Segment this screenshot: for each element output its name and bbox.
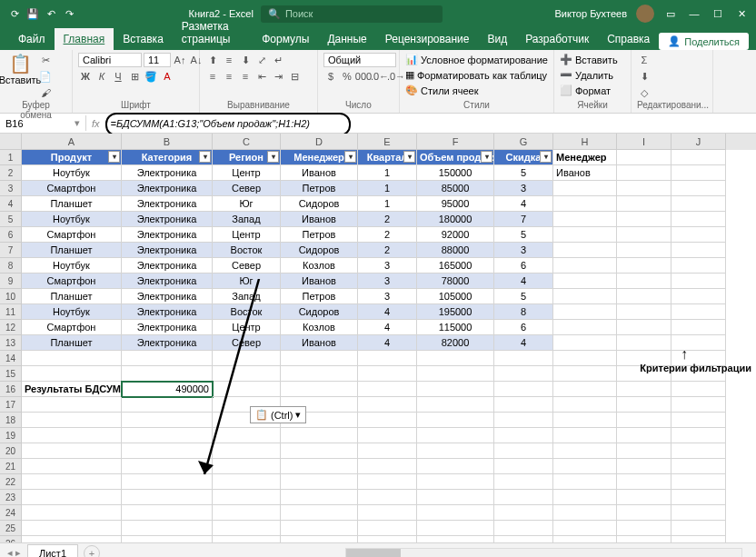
cell[interactable]: Квартал▾ xyxy=(358,150,417,165)
cell[interactable] xyxy=(213,521,281,536)
cell[interactable] xyxy=(671,243,726,258)
cell[interactable]: 2 xyxy=(358,227,417,243)
sheet-nav-icons[interactable]: ◂ ▸ xyxy=(7,547,21,557)
cell[interactable]: Планшет xyxy=(22,243,122,258)
cell[interactable]: Козлов xyxy=(281,258,358,274)
cell[interactable]: Менеджер▾ xyxy=(281,150,358,165)
col-header[interactable]: D xyxy=(281,134,358,150)
cell[interactable]: Ноутбук xyxy=(22,304,122,320)
grow-font-icon[interactable]: A↑ xyxy=(173,53,187,67)
cell[interactable] xyxy=(122,459,213,474)
cell[interactable]: Петров xyxy=(281,227,358,243)
cell[interactable]: Электроника xyxy=(122,181,213,196)
row-header[interactable]: 12 xyxy=(0,320,22,335)
cell[interactable] xyxy=(617,413,671,428)
align-center-icon[interactable]: ≡ xyxy=(222,69,236,84)
search-box[interactable]: 🔍 Поиск xyxy=(261,5,443,23)
cell[interactable]: Сидоров xyxy=(281,304,358,320)
cell[interactable] xyxy=(671,397,726,413)
cell[interactable] xyxy=(122,428,213,443)
cell[interactable]: 3 xyxy=(494,181,553,196)
add-sheet-button[interactable]: + xyxy=(84,545,100,558)
row-header[interactable]: 1 xyxy=(0,150,22,165)
cell[interactable] xyxy=(22,366,122,382)
col-header[interactable]: E xyxy=(358,134,417,150)
filter-button[interactable]: ▾ xyxy=(267,151,279,163)
cell[interactable] xyxy=(417,413,494,428)
cell[interactable] xyxy=(617,521,671,536)
cond-format-button[interactable]: 📊Условное форматирование xyxy=(405,53,548,66)
cell[interactable] xyxy=(494,366,553,382)
cell[interactable] xyxy=(213,443,281,459)
cell[interactable]: Ноутбук xyxy=(22,212,122,227)
indent-dec-icon[interactable]: ⇤ xyxy=(254,69,269,84)
col-header[interactable]: F xyxy=(417,134,494,150)
cell[interactable] xyxy=(358,474,417,490)
cell[interactable]: Сидоров xyxy=(281,196,358,212)
cell[interactable] xyxy=(494,474,553,490)
merge-icon[interactable]: ⊟ xyxy=(287,69,302,84)
cell[interactable] xyxy=(617,382,671,397)
indent-inc-icon[interactable]: ⇥ xyxy=(271,69,285,84)
cell[interactable]: Ноутбук xyxy=(22,258,122,274)
cell[interactable] xyxy=(617,474,671,490)
cell[interactable]: 85000 xyxy=(417,181,494,196)
cell[interactable]: Электроника xyxy=(122,227,213,243)
cell[interactable] xyxy=(617,165,671,181)
cell[interactable] xyxy=(494,459,553,474)
filter-button[interactable]: ▾ xyxy=(481,151,492,163)
row-header[interactable]: 13 xyxy=(0,335,22,351)
percent-icon[interactable]: % xyxy=(340,69,354,84)
cell[interactable] xyxy=(671,258,726,274)
cell[interactable] xyxy=(122,536,213,542)
format-cells-button[interactable]: ⬜Формат xyxy=(560,84,611,97)
font-color-icon[interactable]: A xyxy=(160,69,174,84)
row-header[interactable]: 2 xyxy=(0,165,22,181)
cell[interactable]: 5 xyxy=(494,165,553,181)
row-header[interactable]: 17 xyxy=(0,397,22,413)
cell[interactable]: Иванов xyxy=(281,335,358,351)
cell[interactable]: Электроника xyxy=(122,212,213,227)
tab-insert[interactable]: Вставка xyxy=(114,28,173,50)
cell[interactable]: Планшет xyxy=(22,196,122,212)
cell[interactable] xyxy=(553,335,617,351)
cell[interactable] xyxy=(671,304,726,320)
col-header[interactable]: C xyxy=(213,134,281,150)
cell[interactable] xyxy=(213,428,281,443)
cell[interactable] xyxy=(494,428,553,443)
cell[interactable]: Смартфон xyxy=(22,181,122,196)
cell[interactable]: Электроника xyxy=(122,335,213,351)
cell[interactable] xyxy=(358,505,417,521)
cell[interactable] xyxy=(494,397,553,413)
cell[interactable] xyxy=(213,474,281,490)
cell[interactable]: 5 xyxy=(494,289,553,304)
cell[interactable]: Сидоров xyxy=(281,243,358,258)
cell[interactable] xyxy=(671,212,726,227)
close-icon[interactable]: ✕ xyxy=(734,6,749,21)
cell[interactable] xyxy=(281,505,358,521)
cell[interactable]: 105000 xyxy=(417,289,494,304)
fill-color-icon[interactable]: 🪣 xyxy=(144,69,158,84)
cell[interactable] xyxy=(22,351,122,366)
cell[interactable] xyxy=(417,459,494,474)
cell[interactable] xyxy=(417,366,494,382)
cell[interactable]: 95000 xyxy=(417,196,494,212)
cell[interactable] xyxy=(553,212,617,227)
cell[interactable] xyxy=(553,505,617,521)
ribbon-options-icon[interactable]: ▭ xyxy=(663,6,678,21)
cell[interactable] xyxy=(671,335,726,351)
cell[interactable]: Восток xyxy=(213,243,281,258)
border-icon[interactable]: ⊞ xyxy=(127,69,142,84)
tab-review[interactable]: Рецензирование xyxy=(376,28,479,50)
cell[interactable]: Планшет xyxy=(22,335,122,351)
fx-icon[interactable]: fx xyxy=(92,118,100,129)
cell[interactable] xyxy=(358,521,417,536)
col-header[interactable]: H xyxy=(553,134,617,150)
cell[interactable]: Центр xyxy=(213,227,281,243)
cell[interactable]: Смартфон xyxy=(22,320,122,335)
cell[interactable] xyxy=(22,490,122,505)
cell[interactable]: 1 xyxy=(358,196,417,212)
format-table-button[interactable]: ▦Форматировать как таблицу xyxy=(405,68,547,82)
cell[interactable] xyxy=(553,490,617,505)
cell[interactable] xyxy=(22,474,122,490)
